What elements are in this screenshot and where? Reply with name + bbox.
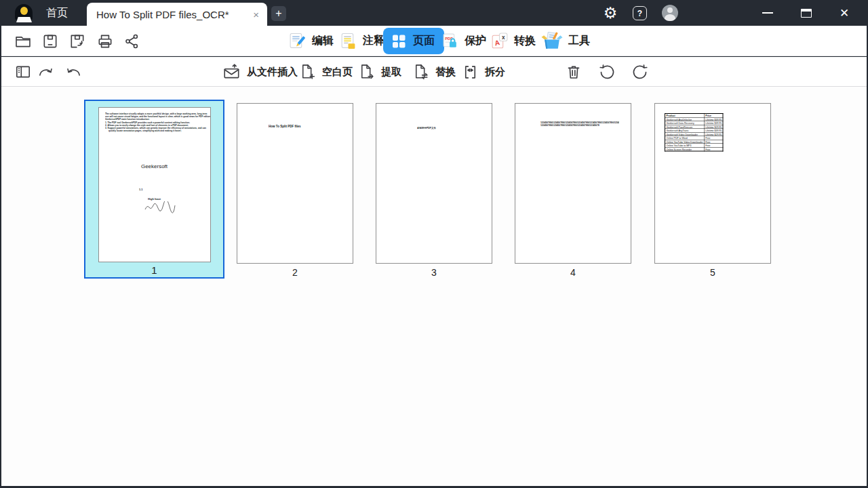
split-button[interactable]: 拆分 [461, 57, 505, 87]
page-1-preview: The software interface visually adopts a… [98, 107, 211, 262]
app-logo-icon[interactable] [14, 3, 34, 22]
page-thumbnail-1[interactable]: The software interface visually adopts a… [84, 100, 224, 279]
minimize-button[interactable] [758, 0, 777, 26]
replace-button[interactable]: 替换 [412, 57, 456, 87]
page-5-preview: ProductPrice Geekersoft AnyUnlockerLifet… [654, 103, 771, 264]
avatar-head [667, 7, 673, 13]
printer-icon [96, 33, 114, 50]
rotate-cw-icon [631, 63, 649, 81]
replace-label: 替换 [435, 66, 456, 79]
save-as-button[interactable] [68, 33, 86, 50]
trash-icon [565, 63, 583, 81]
page-1-paragraph: The software interface visually adopts a… [105, 113, 210, 132]
convert-icon: Ax [490, 32, 509, 51]
page-thumbnail-4[interactable]: 1234567890123456789012345678901234567890… [515, 103, 631, 278]
insert-from-file-button[interactable]: 从文件插入 [222, 57, 298, 87]
page-5-table: ProductPrice Geekersoft AnyUnlockerLifet… [665, 113, 724, 152]
page-3-label: 3 [431, 267, 437, 278]
protect-icon: PDF [441, 32, 459, 50]
new-tab-button[interactable]: + [271, 6, 286, 21]
tab-tools-label: 工具 [568, 34, 590, 48]
edit-icon [288, 32, 307, 50]
share-icon [123, 33, 141, 50]
tab-close-icon[interactable]: × [252, 9, 260, 20]
pages-grid-icon [390, 33, 408, 50]
tab-pages-label: 页面 [413, 34, 435, 48]
page-2-heading: How To Split PDF files [269, 125, 300, 128]
tab-protect-label: 保护 [465, 34, 486, 48]
tab-pages-active[interactable]: 页面 [383, 28, 444, 54]
page-panel-button[interactable] [14, 63, 32, 81]
document-tab-title: How To Split PDF files_OCR* [96, 9, 252, 20]
save-icon [41, 33, 59, 50]
thumbnail-grid: The software interface visually adopts a… [1, 87, 867, 486]
blank-page-icon [298, 63, 317, 81]
rotate-left-button[interactable] [598, 63, 616, 81]
window-close-button[interactable]: ✕ [834, 0, 854, 26]
page-3-heading: 如何拆分PDF文件 [417, 126, 436, 129]
tools-icon [541, 31, 563, 51]
blank-page-button[interactable]: 空白页 [298, 57, 353, 87]
page-1-label: 1 [151, 264, 157, 276]
page-2-preview: How To Split PDF files [237, 103, 353, 264]
insert-from-file-label: 从文件插入 [247, 66, 298, 79]
tab-protect[interactable]: PDF 保护 [441, 26, 486, 56]
avatar-body [665, 14, 675, 21]
rotate-right-button[interactable] [631, 63, 648, 81]
tab-convert[interactable]: Ax 转换 [490, 26, 536, 56]
user-avatar[interactable] [662, 5, 678, 21]
home-button[interactable]: 首页 [46, 0, 68, 26]
replace-icon [412, 63, 430, 81]
tab-edit[interactable]: 编辑 [288, 26, 334, 56]
page-thumbnail-2[interactable]: How To Split PDF files 2 [237, 103, 353, 278]
document-tab[interactable]: How To Split PDF files_OCR* × [87, 3, 267, 26]
save-button[interactable] [41, 33, 59, 50]
page-4-label: 4 [570, 267, 576, 278]
extract-icon [357, 63, 376, 81]
page-1-title: Geekersoft [99, 163, 210, 169]
side-panel-icon [14, 63, 32, 81]
signature-scribble [143, 201, 178, 214]
tab-annotate-label: 注释 [363, 34, 384, 48]
page-2-label: 2 [292, 267, 298, 278]
logo-laptop [16, 17, 32, 22]
tab-edit-label: 编辑 [312, 34, 334, 48]
app-window: 首页 How To Split PDF files_OCR* × + ⚙ ? ✕ [0, 0, 868, 488]
print-button[interactable] [96, 33, 114, 50]
save-as-icon [68, 33, 86, 50]
tab-annotate[interactable]: 注释 [339, 26, 384, 56]
titlebar: 首页 How To Split PDF files_OCR* × + ⚙ ? ✕ [0, 0, 868, 26]
page-4-preview: 1234567890123456789012345678901234567890… [515, 103, 631, 264]
redo-button[interactable] [37, 63, 54, 81]
help-icon[interactable]: ? [633, 6, 647, 20]
svg-text:x: x [502, 33, 505, 40]
redo-icon [37, 63, 54, 81]
pages-toolbar: 从文件插入 空白页 提取 替换 拆分 [1, 57, 867, 87]
page-5-label: 5 [710, 267, 715, 278]
maximize-button[interactable] [797, 0, 816, 26]
undo-icon [65, 63, 83, 81]
folder-icon [14, 33, 32, 50]
settings-gear-icon[interactable]: ⚙ [601, 0, 620, 26]
undo-button[interactable] [65, 63, 83, 81]
insert-from-file-icon [222, 62, 241, 81]
page-thumbnail-5[interactable]: ProductPrice Geekersoft AnyUnlockerLifet… [654, 103, 771, 278]
tab-tools[interactable]: 工具 [541, 26, 590, 56]
split-label: 拆分 [485, 66, 505, 79]
page-1-section: 1.1 [139, 188, 143, 191]
share-button[interactable] [123, 33, 141, 50]
page-thumbnail-3[interactable]: 如何拆分PDF文件 3 [376, 103, 492, 278]
extract-button[interactable]: 提取 [357, 57, 401, 87]
annotate-icon [339, 32, 357, 50]
page-3-preview: 如何拆分PDF文件 [376, 103, 492, 264]
delete-page-button[interactable] [565, 63, 583, 81]
logo-face [20, 7, 28, 15]
open-file-button[interactable] [14, 33, 32, 50]
split-icon [461, 63, 479, 81]
extract-label: 提取 [381, 66, 401, 79]
tab-convert-label: 转换 [514, 34, 536, 48]
main-toolbar: 编辑 注释 页面 PDF 保护 Ax 转换 工具 [1, 26, 867, 56]
page-1-sig-caption: High have [148, 197, 161, 201]
blank-page-label: 空白页 [322, 66, 353, 79]
page-4-textblock: 1234567890123456789012345678901234567890… [540, 121, 619, 129]
